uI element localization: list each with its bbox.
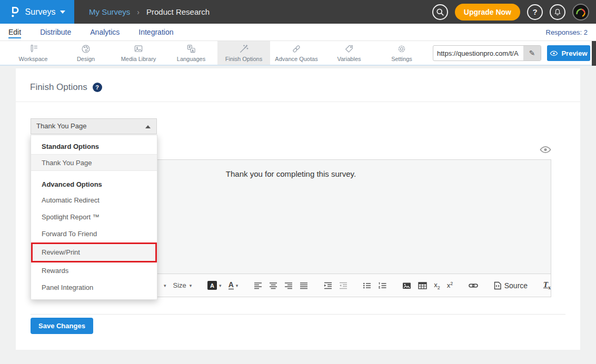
- ribbon-item-variables[interactable]: Variables: [323, 41, 375, 65]
- font-dropdown-caret-icon[interactable]: ▾: [164, 283, 166, 288]
- section-tabs: Edit Distribute Analytics Integration Re…: [0, 24, 596, 41]
- decrease-indent-button[interactable]: [339, 281, 347, 290]
- dropdown-item-thank-you-page[interactable]: Thank You Page: [31, 154, 157, 171]
- background-color-button[interactable]: A ▾: [207, 281, 222, 290]
- ribbon-item-label: Advance Quotas: [275, 56, 317, 62]
- remove-format-button[interactable]: Tx: [543, 280, 551, 290]
- bell-icon: [553, 8, 562, 16]
- dropdown-item-review-print[interactable]: Review/Print: [31, 242, 157, 262]
- selected-option-label: Thank You Page: [36, 122, 86, 130]
- breadcrumb-separator: ›: [137, 8, 140, 16]
- chevron-up-icon: [145, 125, 151, 128]
- help-button[interactable]: ?: [527, 4, 543, 20]
- questionpro-app: Surveys My Surveys › Product Research Up…: [0, 0, 596, 364]
- ribbon-item-label: Media Library: [121, 56, 156, 62]
- font-size-dropdown[interactable]: Size ▾: [173, 281, 192, 289]
- align-center-button[interactable]: [269, 281, 277, 290]
- header-divider: [16, 102, 580, 102]
- breadcrumb-parent-link[interactable]: My Surveys: [89, 7, 130, 16]
- avatar-icon: [573, 5, 588, 19]
- dropdown-item-spotlight-report[interactable]: Spotlight Report ™: [31, 209, 157, 226]
- tab-integration[interactable]: Integration: [138, 28, 173, 36]
- bullet-list-icon: [363, 281, 371, 290]
- dropdown-item-forward-to-friend[interactable]: Forward To Friend: [31, 226, 157, 242]
- edit-url-button[interactable]: ✎: [523, 46, 541, 60]
- panel-header: Finish Options ?: [30, 82, 102, 93]
- tab-distribute[interactable]: Distribute: [40, 28, 71, 36]
- align-left-button[interactable]: [254, 281, 262, 290]
- ribbon-item-label: Finish Options: [225, 56, 262, 62]
- justify-button[interactable]: [300, 281, 308, 290]
- account-menu-button[interactable]: [572, 4, 589, 21]
- breadcrumb: My Surveys › Product Research: [89, 7, 210, 16]
- ribbon-item-media-library[interactable]: Media Library: [112, 41, 165, 65]
- product-switcher[interactable]: Surveys: [0, 0, 74, 24]
- survey-url-field: ✎: [433, 45, 541, 61]
- finish-options-panel: Finish Options ? Thank you for completin…: [16, 68, 580, 350]
- responses-count[interactable]: Responses: 2: [546, 28, 596, 36]
- align-center-icon: [269, 281, 277, 290]
- question-mark-icon: ?: [95, 84, 99, 90]
- dropdown-item-panel-integration[interactable]: Panel Integration: [31, 279, 157, 296]
- align-left-icon: [254, 281, 262, 290]
- align-right-icon: [284, 281, 293, 290]
- insert-image-icon: [402, 281, 411, 290]
- notifications-button[interactable]: [550, 4, 565, 20]
- pencil-icon: ✎: [529, 49, 535, 57]
- insert-table-button[interactable]: [418, 281, 427, 290]
- preview-button[interactable]: Preview: [547, 45, 590, 61]
- superscript-button[interactable]: x2: [447, 281, 453, 289]
- eye-icon: [540, 146, 551, 154]
- subscript-button[interactable]: x2: [434, 281, 440, 290]
- ribbon-item-finish-options[interactable]: Finish Options: [217, 41, 270, 65]
- text-color-icon: A: [229, 281, 234, 290]
- question-mark-icon: ?: [532, 7, 537, 16]
- tab-analytics[interactable]: Analytics: [90, 28, 120, 36]
- chevron-down-icon: [60, 11, 65, 14]
- search-button[interactable]: [432, 4, 448, 20]
- dropdown-item-rewards[interactable]: Rewards: [31, 262, 157, 279]
- edit-toolbar: Workspace Design Media Library Languages: [0, 41, 596, 66]
- ribbon-item-workspace[interactable]: Workspace: [7, 41, 59, 65]
- indent-icon: [324, 281, 332, 290]
- ribbon-item-settings[interactable]: Settings: [375, 41, 428, 65]
- insert-image-button[interactable]: [402, 281, 411, 290]
- finish-option-select[interactable]: Thank You Page: [31, 118, 157, 134]
- ribbon-item-languages[interactable]: Languages: [165, 41, 217, 65]
- chevron-down-icon: ▾: [190, 283, 192, 288]
- ribbon-item-label: Settings: [391, 56, 412, 62]
- page-title: Finish Options: [30, 82, 87, 93]
- upgrade-now-button[interactable]: Upgrade Now: [455, 4, 520, 21]
- ribbon-item-label: Workspace: [19, 56, 48, 62]
- finish-option-dropdown: Standard Options Thank You Page Advanced…: [31, 135, 157, 300]
- ribbon-item-advance-quotas[interactable]: Advance Quotas: [270, 41, 323, 65]
- align-right-button[interactable]: [284, 281, 293, 290]
- text-color-button[interactable]: A ▾: [229, 281, 239, 290]
- brand-label: Surveys: [25, 7, 56, 17]
- ribbon-item-design[interactable]: Design: [59, 41, 112, 65]
- scrollbar-thumb[interactable]: [592, 41, 596, 66]
- insert-link-button[interactable]: [469, 281, 478, 290]
- justify-icon: [300, 281, 308, 290]
- editor-preview-toggle[interactable]: [540, 146, 551, 156]
- increase-indent-button[interactable]: [324, 281, 332, 290]
- tab-edit[interactable]: Edit: [8, 28, 21, 36]
- source-button[interactable]: Source: [494, 281, 528, 290]
- dropdown-item-automatic-redirect[interactable]: Automatic Redirect: [31, 192, 157, 209]
- chain-links-icon: [291, 44, 302, 54]
- numbered-list-icon: [378, 281, 386, 290]
- tag-icon: [344, 44, 354, 54]
- workspace-icon: [28, 44, 38, 54]
- eye-icon: [550, 50, 558, 56]
- numbered-list-button[interactable]: [378, 281, 386, 290]
- survey-url-input[interactable]: [433, 46, 523, 60]
- chevron-down-icon: ▾: [236, 283, 239, 288]
- outdent-icon: [339, 281, 347, 290]
- chevron-down-icon: ▾: [219, 283, 222, 288]
- magic-wand-icon: [239, 44, 249, 54]
- section-help-button[interactable]: ?: [93, 83, 102, 92]
- save-changes-button[interactable]: Save Changes: [31, 318, 93, 334]
- gear-icon: [396, 44, 407, 54]
- bullet-list-button[interactable]: [363, 281, 371, 290]
- ribbon-item-label: Variables: [337, 56, 361, 62]
